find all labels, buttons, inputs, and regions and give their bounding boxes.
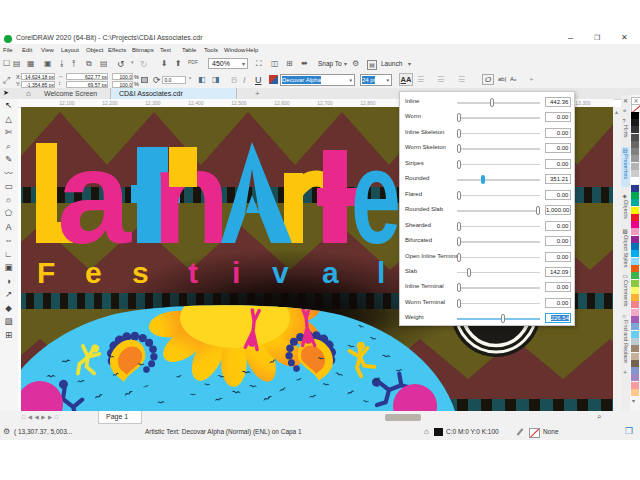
svg-text:s: s (132, 256, 149, 289)
svg-text:v: v (272, 256, 289, 289)
svg-text:i: i (232, 256, 240, 289)
svg-text:l: l (377, 256, 385, 289)
svg-text:e: e (85, 256, 102, 289)
svg-text:a: a (322, 256, 339, 289)
svg-text:n: n (152, 123, 230, 271)
svg-text:t: t (188, 256, 198, 289)
svg-text:e: e (351, 123, 401, 271)
svg-text:a: a (57, 123, 132, 271)
svg-text:F: F (37, 256, 55, 289)
